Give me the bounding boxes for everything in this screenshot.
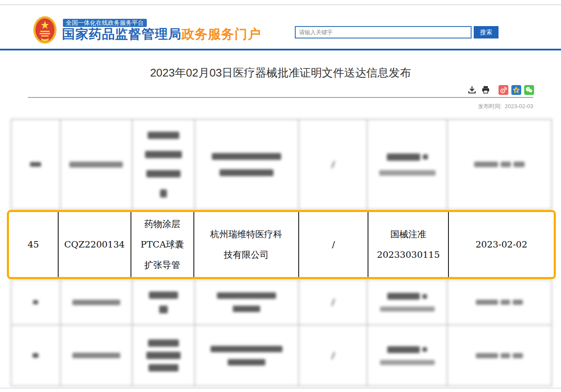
- cell-product-name: [132, 120, 194, 209]
- search-input[interactable]: [295, 26, 472, 38]
- cell-registrant: [194, 325, 298, 386]
- weibo-share-icon[interactable]: [499, 85, 508, 95]
- national-emblem-logo: [33, 15, 57, 44]
- publish-date: 2023-02-03: [505, 103, 534, 109]
- redacted-text: [387, 293, 427, 300]
- wechat-share-icon[interactable]: [524, 85, 534, 95]
- cell-seq: 45: [9, 212, 58, 277]
- cell-agent: [298, 325, 367, 386]
- cell-delivery-date: [447, 325, 551, 386]
- page: 全国一体化在线政务服务平台 国家药品监督管理局政务服务门户 搜索 2023年02…: [0, 0, 561, 392]
- cell-acceptance-no: CQZ2200134: [58, 212, 131, 277]
- cell-delivery-date: 2023-02-02: [448, 212, 554, 277]
- page-title: 2023年02月03日医疗器械批准证明文件送达信息发布: [0, 65, 561, 80]
- redacted-text: [233, 306, 260, 312]
- bottom-divider: [0, 388, 561, 389]
- cell-product-name: [132, 325, 194, 386]
- table-row-blurred: [11, 325, 552, 386]
- print-icon[interactable]: [481, 85, 491, 95]
- redacted-text: [212, 153, 281, 160]
- redacted-text: [33, 300, 38, 304]
- publish-time: 发布时间:2023-02-03: [478, 103, 533, 110]
- cell-registrant: [194, 280, 298, 324]
- redacted-text: [380, 307, 435, 312]
- redacted-text: [211, 346, 282, 352]
- redacted-text: [476, 300, 523, 305]
- redacted-text: [145, 151, 182, 158]
- cell-agent: [298, 120, 367, 209]
- redacted-text: [146, 170, 181, 177]
- cell-registrant: [194, 120, 298, 209]
- table-row-blurred: [11, 279, 552, 325]
- cell-cert-no: [367, 280, 446, 324]
- cell-cert-no: [367, 325, 446, 386]
- toolbar: [463, 84, 534, 95]
- cell-seq: [12, 325, 60, 386]
- acceptance-no-value: CQZ2200134: [64, 234, 125, 255]
- redacted-text: [331, 298, 335, 306]
- qzone-share-icon[interactable]: [511, 85, 521, 95]
- redacted-text: [160, 189, 167, 197]
- redacted-text: [69, 162, 123, 168]
- search-button[interactable]: 搜索: [474, 26, 499, 38]
- redacted-text: [159, 306, 168, 313]
- agent-value: /: [332, 234, 335, 255]
- redacted-text: [148, 339, 179, 347]
- product-name-value: 药物涂层 PTCA球囊 扩张导管: [141, 214, 184, 275]
- cell-seq: [12, 120, 60, 209]
- cell-cert-no: 国械注准 20233030115: [368, 212, 448, 277]
- redacted-text: [33, 353, 39, 358]
- cell-delivery-date: [447, 120, 551, 209]
- registrant-value: 杭州瑞维特医疗科 技有限公司: [210, 224, 282, 265]
- cell-delivery-date: [447, 280, 551, 324]
- redacted-text: [476, 353, 523, 358]
- content-divider: [28, 97, 533, 98]
- redacted-text: [149, 292, 178, 299]
- redacted-text: [30, 162, 41, 167]
- redacted-text: [146, 352, 181, 359]
- cell-product-name: 药物涂层 PTCA球囊 扩张导管: [131, 212, 193, 277]
- redacted-text: [148, 364, 178, 371]
- table-row-highlighted: 45 CQZ2200134 药物涂层 PTCA球囊 扩张导管 杭州瑞维特医疗科 …: [7, 210, 556, 279]
- cell-acceptance-no: [60, 325, 132, 386]
- redacted-text: [387, 346, 427, 353]
- redacted-text: [72, 300, 120, 305]
- org-name: 国家药品监督管理局: [62, 27, 181, 41]
- redacted-text: [331, 161, 335, 168]
- redacted-text: [331, 352, 335, 360]
- download-icon[interactable]: [467, 85, 477, 95]
- cert-no-value: 国械注准 20233030115: [377, 224, 440, 265]
- site-title: 国家药品监督管理局政务服务门户: [62, 26, 261, 43]
- redacted-text: [387, 153, 428, 161]
- redacted-text: [379, 170, 436, 176]
- results-table: 45 CQZ2200134 药物涂层 PTCA球囊 扩张导管 杭州瑞维特医疗科 …: [11, 119, 552, 386]
- cell-agent: /: [298, 212, 368, 277]
- cell-cert-no: [367, 120, 446, 209]
- cell-acceptance-no: [60, 280, 132, 324]
- header-divider: [0, 49, 561, 50]
- redacted-text: [220, 169, 273, 176]
- redacted-text: [228, 359, 265, 365]
- cell-agent: [298, 280, 367, 324]
- top-divider: [0, 4, 561, 5]
- table-row-blurred: [11, 119, 552, 210]
- cell-product-name: [132, 280, 194, 324]
- publish-time-label: 发布时间:: [478, 103, 502, 109]
- redacted-text: [148, 132, 179, 139]
- redacted-text: [380, 360, 435, 365]
- redacted-text: [72, 353, 120, 358]
- redacted-text: [474, 162, 525, 167]
- seq-value: 45: [27, 234, 39, 255]
- cell-seq: [12, 280, 60, 324]
- delivery-date-value: 2023-02-02: [475, 234, 527, 255]
- redacted-text: [217, 292, 276, 299]
- portal-name: 政务服务门户: [181, 27, 261, 41]
- cell-registrant: 杭州瑞维特医疗科 技有限公司: [193, 212, 299, 277]
- cell-acceptance-no: [60, 120, 132, 209]
